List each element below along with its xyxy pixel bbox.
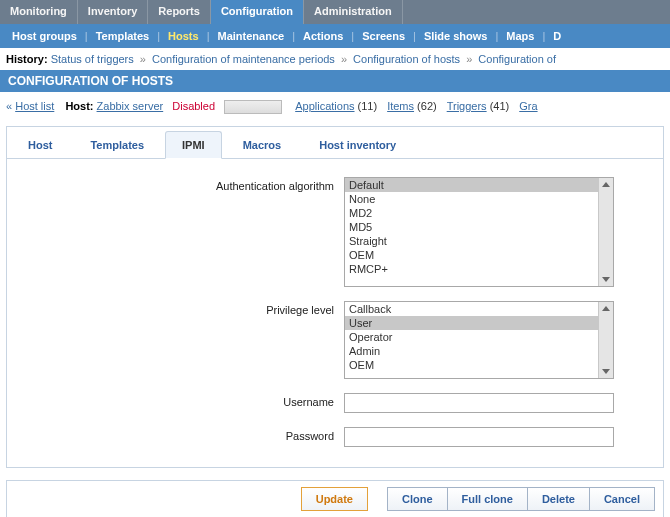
scrollbar-icon[interactable]: [598, 302, 613, 378]
auth-algorithm-select[interactable]: DefaultNoneMD2MD5StraightOEMRMCP+: [344, 177, 614, 287]
update-button[interactable]: Update: [301, 487, 368, 511]
history-label: History:: [6, 53, 48, 65]
topnav-tab-inventory[interactable]: Inventory: [78, 0, 149, 24]
tab-ipmi[interactable]: IPMI: [165, 131, 222, 159]
subnav-maps[interactable]: Maps: [498, 30, 542, 42]
username-label: Username: [19, 393, 344, 408]
host-status: Disabled: [172, 100, 215, 112]
subnav-slide-shows[interactable]: Slide shows: [416, 30, 496, 42]
option-rmcpplus[interactable]: RMCP+: [345, 262, 598, 276]
host-name-link[interactable]: Zabbix server: [97, 100, 164, 112]
auth-label: Authentication algorithm: [19, 177, 344, 192]
subnav-d[interactable]: D: [545, 30, 569, 42]
top-nav: MonitoringInventoryReportsConfigurationA…: [0, 0, 670, 24]
subnav-hosts[interactable]: Hosts: [160, 30, 207, 42]
option-md5[interactable]: MD5: [345, 220, 598, 234]
password-label: Password: [19, 427, 344, 442]
tab-host-inventory[interactable]: Host inventory: [302, 131, 413, 159]
topnav-tab-administration[interactable]: Administration: [304, 0, 403, 24]
page-title: CONFIGURATION OF HOSTS: [0, 70, 670, 92]
back-icon: «: [6, 100, 12, 112]
config-panel: HostTemplatesIPMIMacrosHost inventory Au…: [6, 126, 664, 468]
ipmi-form: Authentication algorithm DefaultNoneMD2M…: [7, 159, 663, 467]
host-label: Host:: [65, 100, 93, 112]
config-tabs: HostTemplatesIPMIMacrosHost inventory: [7, 127, 663, 159]
password-input[interactable]: [344, 427, 614, 447]
subnav-maintenance[interactable]: Maintenance: [210, 30, 293, 42]
link-triggers[interactable]: Triggers: [447, 100, 487, 112]
history-link[interactable]: Status of triggers: [51, 53, 137, 65]
option-none[interactable]: None: [345, 192, 598, 206]
option-callback[interactable]: Callback: [345, 302, 598, 316]
option-user[interactable]: User: [345, 316, 598, 330]
clone-button[interactable]: Clone: [387, 487, 448, 511]
availability-icons: [224, 100, 282, 114]
option-default[interactable]: Default: [345, 178, 598, 192]
scrollbar-icon[interactable]: [598, 178, 613, 286]
subnav-templates[interactable]: Templates: [88, 30, 158, 42]
delete-button[interactable]: Delete: [527, 487, 590, 511]
privilege-level-select[interactable]: CallbackUserOperatorAdminOEM: [344, 301, 614, 379]
priv-label: Privilege level: [19, 301, 344, 316]
tab-macros[interactable]: Macros: [226, 131, 299, 159]
option-operator[interactable]: Operator: [345, 330, 598, 344]
option-straight[interactable]: Straight: [345, 234, 598, 248]
tab-templates[interactable]: Templates: [73, 131, 161, 159]
action-buttons: Update Clone Full clone Delete Cancel: [6, 480, 664, 517]
option-oem[interactable]: OEM: [345, 358, 598, 372]
username-input[interactable]: [344, 393, 614, 413]
option-admin[interactable]: Admin: [345, 344, 598, 358]
link-gra[interactable]: Gra: [519, 100, 537, 112]
option-oem[interactable]: OEM: [345, 248, 598, 262]
link-applications[interactable]: Applications: [295, 100, 354, 112]
history-link[interactable]: Configuration of: [475, 53, 556, 65]
sub-nav: Host groups|Templates|Hosts|Maintenance|…: [0, 24, 670, 48]
subnav-host-groups[interactable]: Host groups: [4, 30, 85, 42]
subnav-screens[interactable]: Screens: [354, 30, 413, 42]
cancel-button[interactable]: Cancel: [589, 487, 655, 511]
topnav-tab-configuration[interactable]: Configuration: [211, 0, 304, 24]
history-link[interactable]: Configuration of hosts: [350, 53, 463, 65]
tab-host[interactable]: Host: [11, 131, 69, 159]
topnav-tab-reports[interactable]: Reports: [148, 0, 211, 24]
history-breadcrumb: History: Status of triggers » Configurat…: [0, 48, 670, 70]
link-items[interactable]: Items: [387, 100, 414, 112]
full-clone-button[interactable]: Full clone: [447, 487, 528, 511]
host-list-link[interactable]: Host list: [15, 100, 54, 112]
topnav-tab-monitoring[interactable]: Monitoring: [0, 0, 78, 24]
history-link[interactable]: Configuration of maintenance periods: [149, 53, 338, 65]
option-md2[interactable]: MD2: [345, 206, 598, 220]
subnav-actions[interactable]: Actions: [295, 30, 351, 42]
host-toolbar: « Host list Host: Zabbix server Disabled…: [0, 92, 670, 122]
